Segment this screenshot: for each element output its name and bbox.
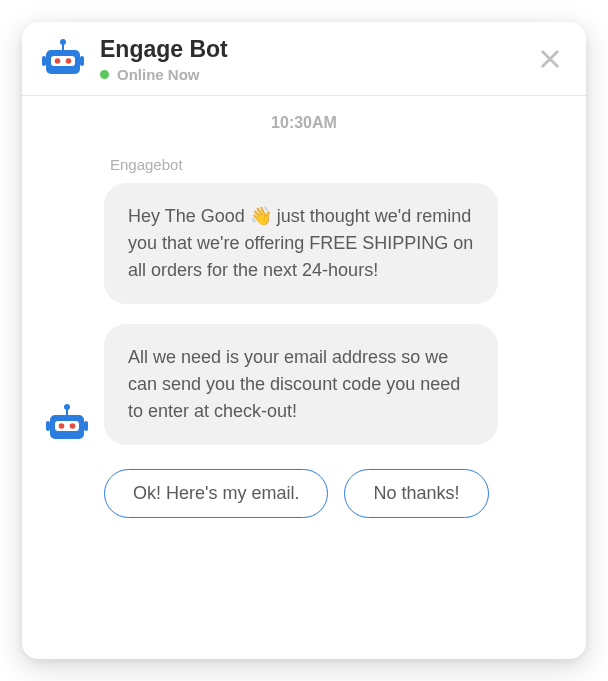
message-bubble: All we need is your email address so we … <box>104 324 498 445</box>
svg-rect-1 <box>51 56 75 66</box>
svg-point-12 <box>59 423 65 429</box>
close-icon <box>539 48 561 70</box>
bot-name: Engage Bot <box>100 36 518 64</box>
message-text: All we need is your email address so we … <box>128 347 460 421</box>
close-button[interactable] <box>534 43 566 75</box>
svg-rect-17 <box>84 421 88 431</box>
message-text: Hey The Good <box>128 206 250 226</box>
online-indicator-icon <box>100 70 109 79</box>
status-text: Online Now <box>117 66 200 83</box>
message-bubble: Hey The Good 👋 just thought we'd remind … <box>104 183 498 304</box>
messages-list: Hey The Good 👋 just thought we'd remind … <box>46 183 562 445</box>
wave-emoji-icon: 👋 <box>250 203 272 230</box>
bot-avatar-icon <box>42 38 84 80</box>
chat-body: 10:30AM Engagebot Hey The Good 👋 just th… <box>22 96 586 659</box>
sender-label: Engagebot <box>110 156 562 173</box>
svg-point-13 <box>70 423 76 429</box>
svg-rect-7 <box>80 56 84 66</box>
svg-rect-11 <box>55 421 79 431</box>
chat-widget: Engage Bot Online Now 10:30AM Engagebot … <box>22 22 586 659</box>
accept-button[interactable]: Ok! Here's my email. <box>104 469 328 518</box>
chat-header: Engage Bot Online Now <box>22 22 586 96</box>
svg-rect-6 <box>42 56 46 66</box>
message-row: All we need is your email address so we … <box>46 324 562 445</box>
message-row: Hey The Good 👋 just thought we'd remind … <box>46 183 562 304</box>
status-row: Online Now <box>100 66 518 83</box>
svg-point-3 <box>66 58 72 64</box>
svg-point-5 <box>60 39 66 45</box>
header-info: Engage Bot Online Now <box>100 36 518 83</box>
message-avatar-icon <box>46 403 88 445</box>
timestamp: 10:30AM <box>46 114 562 132</box>
decline-button[interactable]: No thanks! <box>344 469 488 518</box>
svg-point-2 <box>55 58 61 64</box>
svg-rect-16 <box>46 421 50 431</box>
svg-point-15 <box>64 404 70 410</box>
quick-replies: Ok! Here's my email. No thanks! <box>104 469 562 518</box>
